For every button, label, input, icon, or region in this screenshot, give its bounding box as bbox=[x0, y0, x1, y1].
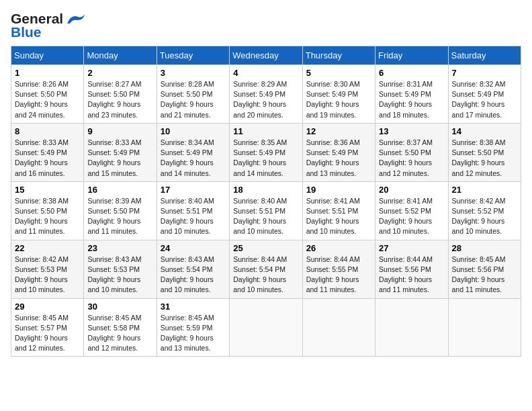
daylight-label: Daylight: 9 hours and 20 minutes. bbox=[233, 100, 286, 118]
sunset-label: Sunset: bbox=[161, 324, 187, 332]
daylight-label: Daylight: 9 hours and 16 minutes. bbox=[15, 158, 68, 177]
day-info: Sunrise: 8:45 AM Sunset: 5:58 PM Dayligh… bbox=[87, 313, 152, 354]
daylight-label: Daylight: 9 hours and 11 minutes. bbox=[452, 275, 505, 293]
calendar-cell: 23 Sunrise: 8:43 AM Sunset: 5:53 PM Dayl… bbox=[84, 240, 157, 298]
day-number: 1 bbox=[15, 68, 80, 78]
calendar-cell bbox=[448, 298, 521, 357]
calendar-cell: 4 Sunrise: 8:29 AM Sunset: 5:49 PM Dayli… bbox=[230, 65, 302, 124]
sunrise-value: 8:45 AM bbox=[42, 314, 69, 322]
logo: General Blue bbox=[11, 11, 87, 40]
calendar-table: SundayMondayTuesdayWednesdayThursdayFrid… bbox=[11, 46, 521, 357]
calendar-cell: 5 Sunrise: 8:30 AM Sunset: 5:49 PM Dayli… bbox=[302, 65, 375, 124]
sunset-label: Sunset: bbox=[161, 148, 187, 156]
calendar-cell: 16 Sunrise: 8:39 AM Sunset: 5:50 PM Dayl… bbox=[84, 181, 157, 240]
daylight-label: Daylight: 9 hours and 14 minutes. bbox=[161, 158, 214, 177]
day-info: Sunrise: 8:26 AM Sunset: 5:50 PM Dayligh… bbox=[15, 79, 80, 120]
sunrise-value: 8:33 AM bbox=[42, 138, 69, 146]
day-number: 24 bbox=[161, 243, 226, 253]
daylight-label: Daylight: 9 hours and 10 minutes. bbox=[15, 275, 68, 293]
daylight-label: Daylight: 9 hours and 19 minutes. bbox=[306, 100, 359, 118]
daylight-label: Daylight: 9 hours and 12 minutes. bbox=[15, 334, 68, 352]
day-number: 2 bbox=[87, 68, 152, 78]
sunrise-value: 8:43 AM bbox=[116, 255, 142, 263]
sunrise-label: Sunrise: bbox=[87, 138, 115, 146]
sunset-value: 5:51 PM bbox=[186, 207, 212, 215]
sunrise-label: Sunrise: bbox=[233, 80, 261, 88]
sunrise-label: Sunrise: bbox=[87, 255, 115, 263]
sunrise-label: Sunrise: bbox=[233, 255, 261, 263]
sunrise-value: 8:45 AM bbox=[480, 255, 506, 263]
sunrise-value: 8:41 AM bbox=[407, 197, 433, 205]
sunset-value: 5:49 PM bbox=[186, 148, 212, 156]
sunrise-label: Sunrise: bbox=[452, 255, 480, 263]
daylight-label: Daylight: 9 hours and 24 minutes. bbox=[15, 100, 68, 118]
day-info: Sunrise: 8:27 AM Sunset: 5:50 PM Dayligh… bbox=[87, 79, 152, 120]
day-info: Sunrise: 8:40 AM Sunset: 5:51 PM Dayligh… bbox=[233, 196, 298, 237]
day-info: Sunrise: 8:43 AM Sunset: 5:54 PM Dayligh… bbox=[161, 255, 226, 295]
sunset-value: 5:54 PM bbox=[259, 265, 285, 273]
sunset-value: 5:50 PM bbox=[41, 207, 67, 215]
sunrise-value: 8:34 AM bbox=[188, 138, 214, 146]
calendar-cell: 10 Sunrise: 8:34 AM Sunset: 5:49 PM Dayl… bbox=[157, 123, 229, 181]
calendar-cell: 20 Sunrise: 8:41 AM Sunset: 5:52 PM Dayl… bbox=[375, 181, 448, 240]
sunset-value: 5:49 PM bbox=[405, 90, 431, 98]
column-header-sunday: Sunday bbox=[11, 46, 84, 65]
day-number: 23 bbox=[87, 243, 152, 253]
sunrise-value: 8:32 AM bbox=[480, 80, 506, 88]
sunset-label: Sunset: bbox=[161, 90, 187, 98]
daylight-label: Daylight: 9 hours and 13 minutes. bbox=[306, 158, 359, 177]
day-number: 30 bbox=[87, 302, 152, 312]
sunrise-value: 8:45 AM bbox=[116, 314, 142, 322]
calendar-cell: 18 Sunrise: 8:40 AM Sunset: 5:51 PM Dayl… bbox=[230, 181, 302, 240]
day-number: 17 bbox=[161, 185, 226, 195]
sunset-value: 5:50 PM bbox=[405, 148, 431, 156]
day-info: Sunrise: 8:41 AM Sunset: 5:51 PM Dayligh… bbox=[306, 196, 371, 237]
sunset-label: Sunset: bbox=[87, 207, 114, 215]
day-number: 9 bbox=[87, 126, 152, 136]
sunrise-label: Sunrise: bbox=[379, 255, 406, 263]
day-info: Sunrise: 8:42 AM Sunset: 5:52 PM Dayligh… bbox=[452, 196, 517, 237]
sunrise-label: Sunrise: bbox=[233, 197, 261, 205]
daylight-label: Daylight: 9 hours and 10 minutes. bbox=[452, 217, 505, 235]
sunrise-value: 8:28 AM bbox=[188, 80, 214, 88]
sunset-label: Sunset: bbox=[15, 207, 41, 215]
sunset-label: Sunset: bbox=[379, 90, 405, 98]
day-number: 8 bbox=[15, 126, 80, 136]
day-info: Sunrise: 8:31 AM Sunset: 5:49 PM Dayligh… bbox=[379, 79, 444, 120]
sunset-value: 5:49 PM bbox=[332, 148, 358, 156]
calendar-cell bbox=[230, 298, 302, 357]
day-number: 19 bbox=[306, 185, 371, 195]
calendar-cell: 25 Sunrise: 8:44 AM Sunset: 5:54 PM Dayl… bbox=[230, 240, 302, 298]
day-number: 7 bbox=[452, 68, 517, 78]
calendar-cell: 30 Sunrise: 8:45 AM Sunset: 5:58 PM Dayl… bbox=[84, 298, 157, 357]
calendar-cell: 2 Sunrise: 8:27 AM Sunset: 5:50 PM Dayli… bbox=[84, 65, 157, 124]
column-header-monday: Monday bbox=[84, 46, 157, 65]
sunset-label: Sunset: bbox=[15, 90, 41, 98]
calendar-cell: 6 Sunrise: 8:31 AM Sunset: 5:49 PM Dayli… bbox=[375, 65, 448, 124]
day-info: Sunrise: 8:38 AM Sunset: 5:50 PM Dayligh… bbox=[452, 138, 517, 179]
daylight-label: Daylight: 9 hours and 10 minutes. bbox=[233, 217, 286, 235]
sunrise-label: Sunrise: bbox=[452, 197, 480, 205]
calendar-cell: 13 Sunrise: 8:37 AM Sunset: 5:50 PM Dayl… bbox=[375, 123, 448, 181]
logo-blue: Blue bbox=[11, 24, 42, 40]
sunrise-label: Sunrise: bbox=[452, 80, 480, 88]
daylight-label: Daylight: 9 hours and 11 minutes. bbox=[15, 217, 68, 235]
daylight-label: Daylight: 9 hours and 10 minutes. bbox=[161, 217, 214, 235]
calendar-cell: 26 Sunrise: 8:44 AM Sunset: 5:55 PM Dayl… bbox=[302, 240, 375, 298]
sunrise-value: 8:36 AM bbox=[334, 138, 360, 146]
day-number: 20 bbox=[379, 185, 444, 195]
day-info: Sunrise: 8:38 AM Sunset: 5:50 PM Dayligh… bbox=[15, 196, 80, 237]
sunset-label: Sunset: bbox=[15, 265, 41, 273]
sunrise-label: Sunrise: bbox=[379, 138, 406, 146]
sunset-value: 5:54 PM bbox=[186, 265, 212, 273]
sunset-value: 5:51 PM bbox=[332, 207, 358, 215]
sunrise-label: Sunrise: bbox=[161, 80, 188, 88]
sunrise-label: Sunrise: bbox=[87, 80, 115, 88]
sunset-label: Sunset: bbox=[87, 148, 114, 156]
sunset-value: 5:49 PM bbox=[114, 148, 140, 156]
day-info: Sunrise: 8:40 AM Sunset: 5:51 PM Dayligh… bbox=[161, 196, 226, 237]
sunset-label: Sunset: bbox=[87, 324, 114, 332]
daylight-label: Daylight: 9 hours and 18 minutes. bbox=[379, 100, 432, 118]
day-info: Sunrise: 8:33 AM Sunset: 5:49 PM Dayligh… bbox=[15, 138, 80, 179]
sunset-label: Sunset: bbox=[379, 265, 405, 273]
